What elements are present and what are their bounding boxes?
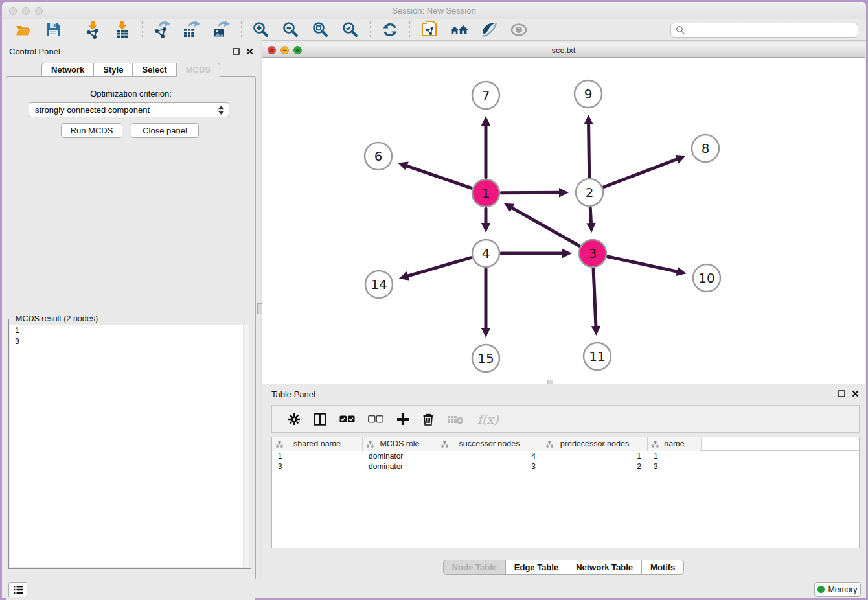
- show-columns-button[interactable]: [314, 411, 326, 428]
- network-graph[interactable]: 7968124314101511: [262, 58, 865, 384]
- select-all-columns-button[interactable]: [339, 411, 355, 428]
- column-header-shared-name[interactable]: shared name: [272, 437, 363, 451]
- export-network-button[interactable]: [153, 21, 171, 39]
- result-scrollbar[interactable]: [243, 325, 249, 567]
- mcds-result-list[interactable]: 1 3: [10, 325, 249, 567]
- gear-icon: [288, 413, 301, 426]
- control-panel: Control Panel Network Style Select MCDS …: [2, 40, 260, 579]
- network-window-titlebar[interactable]: scc.txt: [262, 43, 865, 58]
- graph-edge-1-6[interactable]: [406, 166, 472, 189]
- unselect-all-columns-button[interactable]: [368, 411, 383, 428]
- tab-style[interactable]: Style: [93, 63, 132, 77]
- show-graphics-details-button[interactable]: [480, 21, 498, 39]
- tab-edge-table[interactable]: Edge Table: [505, 560, 567, 575]
- table-row[interactable]: 1dominator411: [272, 451, 859, 461]
- close-panel-icon[interactable]: [246, 47, 253, 55]
- save-icon: [45, 22, 61, 38]
- table-panel-title: Table Panel: [271, 389, 315, 399]
- node-table: shared nameMCDS rolesuccessor nodesprede…: [271, 437, 860, 548]
- open-session-button[interactable]: [14, 21, 32, 39]
- zoom-in-button[interactable]: [252, 21, 270, 39]
- graph-edge-2-8[interactable]: [604, 159, 678, 187]
- window-title: Session: New Session: [2, 6, 866, 16]
- graph-node-label-1: 1: [482, 185, 490, 201]
- criterion-dropdown[interactable]: strongly connected component: [29, 102, 229, 117]
- memory-label: Memory: [828, 585, 857, 594]
- apply-layout-button[interactable]: [381, 21, 399, 39]
- homes-icon: [450, 22, 468, 38]
- graph-edge-arrowhead: [584, 115, 593, 124]
- export-table-icon: [183, 21, 201, 39]
- tab-motifs[interactable]: Motifs: [641, 560, 684, 575]
- graph-edge-3-10[interactable]: [608, 257, 678, 271]
- table-cell: 3: [272, 461, 363, 472]
- refresh-icon: [382, 22, 398, 38]
- optimization-criterion-label: Optimization criterion:: [2, 89, 260, 98]
- column-header-successor-nodes[interactable]: successor nodes: [437, 437, 542, 451]
- tab-mcds[interactable]: MCDS: [176, 63, 220, 77]
- memory-status-icon: [817, 586, 825, 593]
- hierarchy-icon: [367, 441, 374, 448]
- tab-network-table[interactable]: Network Table: [567, 560, 641, 575]
- main-toolbar: [2, 19, 866, 41]
- search-box: [670, 23, 858, 38]
- create-column-button[interactable]: [396, 411, 409, 428]
- delete-table-button-disabled: [447, 411, 464, 428]
- delete-table-icon: [447, 414, 464, 424]
- graph-edge-3-11[interactable]: [593, 269, 596, 327]
- graph-edge-2-3[interactable]: [590, 208, 591, 224]
- horizontal-splitter-handle[interactable]: [547, 380, 553, 384]
- run-mcds-button[interactable]: Run MCDS: [61, 123, 122, 138]
- graph-edge-arrowhead: [559, 188, 569, 197]
- zoom-selected-button[interactable]: [341, 21, 360, 39]
- graph-edge-arrowhead: [481, 116, 490, 126]
- memory-button[interactable]: Memory: [814, 582, 861, 597]
- float-panel-icon[interactable]: [232, 47, 240, 55]
- close-table-panel-icon[interactable]: [851, 389, 859, 397]
- import-network-button[interactable]: [84, 21, 102, 39]
- table-cell: 1: [648, 451, 702, 461]
- graph-edge-1-2[interactable]: [501, 192, 560, 193]
- graph-edge-arrowhead: [481, 328, 490, 338]
- toolbar-separator: [370, 21, 371, 38]
- graph-edge-arrowhead: [591, 326, 600, 336]
- export-image-button[interactable]: [212, 21, 231, 39]
- tab-select[interactable]: Select: [132, 63, 176, 77]
- criterion-value: strongly connected component: [35, 105, 150, 115]
- status-bar: Memory: [2, 579, 866, 598]
- tab-node-table[interactable]: Node Table: [443, 560, 505, 575]
- unchecked-boxes-icon: [368, 415, 383, 423]
- delete-column-button[interactable]: [422, 411, 434, 428]
- float-table-panel-icon[interactable]: [838, 389, 845, 397]
- graph-node-label-3: 3: [589, 246, 597, 261]
- table-cell: 2: [542, 461, 648, 472]
- mcds-result-title: MCDS result (2 nodes): [13, 314, 100, 323]
- graph-node-label-9: 9: [584, 86, 593, 102]
- close-panel-button[interactable]: Close panel: [131, 123, 199, 138]
- task-list-icon: [13, 585, 23, 594]
- tab-network[interactable]: Network: [41, 63, 93, 77]
- table-settings-button[interactable]: [288, 411, 301, 428]
- table-row[interactable]: 3dominator323: [272, 461, 859, 472]
- zoom-out-button[interactable]: [282, 21, 300, 39]
- task-history-button[interactable]: [8, 582, 27, 597]
- column-header-predecessor-nodes[interactable]: predecessor nodes: [542, 437, 648, 451]
- column-header-name[interactable]: name: [648, 437, 702, 451]
- export-table-button[interactable]: [183, 21, 201, 39]
- column-header-MCDS-role[interactable]: MCDS role: [363, 437, 437, 451]
- first-neighbors-button[interactable]: [450, 21, 468, 39]
- graph-edge-arrowhead: [562, 249, 572, 258]
- export-image-icon: [212, 21, 231, 39]
- search-input[interactable]: [688, 24, 858, 36]
- clone-network-button[interactable]: [420, 21, 439, 39]
- export-network-icon: [153, 21, 171, 39]
- table-panel: Table Panel: [262, 384, 865, 579]
- toggle-bird-view-button[interactable]: [510, 21, 528, 39]
- graph-edge-4-14[interactable]: [407, 258, 471, 277]
- graph-edge-3-1[interactable]: [511, 207, 579, 246]
- graph-edge-2-9[interactable]: [589, 123, 589, 177]
- hierarchy-icon: [276, 441, 283, 448]
- zoom-fit-button[interactable]: [312, 21, 330, 39]
- import-table-button[interactable]: [113, 21, 131, 39]
- save-session-button[interactable]: [44, 21, 62, 39]
